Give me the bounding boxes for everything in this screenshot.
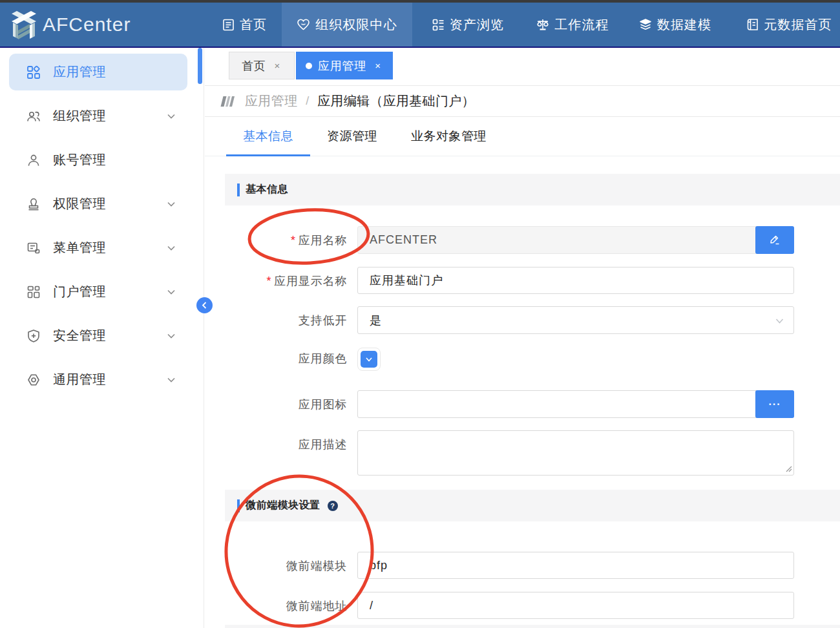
open-tab-label: 首页 [242,58,266,74]
app-desc-textarea[interactable] [357,430,794,476]
field-label-app-name: *应用名称 [225,226,347,254]
form-row-app-name: *应用名称 [225,226,840,254]
close-tab-icon[interactable]: × [375,60,381,71]
app-title: AFCenter [43,14,131,36]
open-tab-home[interactable]: 首页 × [229,52,295,79]
topnav-item-metadata-home[interactable]: 元数据首页 [731,3,840,47]
heart-smile-icon [297,18,310,31]
app-display-name-input[interactable] [357,267,794,294]
portal-grid-icon [26,285,41,299]
app-logo[interactable]: AFCenter [11,9,131,40]
sidebar-item-permission-management[interactable]: 权限管理 [9,185,187,222]
required-asterisk: * [291,234,296,247]
micro-module-input[interactable] [357,552,794,579]
tab-basic-info[interactable]: 基本信息 [226,117,310,156]
topnav-item-org-permission-center[interactable]: 组织权限中心 [282,3,412,47]
breadcrumb-parent[interactable]: 应用管理 [245,92,297,110]
section-header-basic-info: 基本信息 [225,174,840,205]
sidebar-item-label: 账号管理 [53,151,106,169]
close-tab-icon[interactable]: × [275,60,281,71]
user-icon [26,153,41,167]
select-value: 是 [370,313,382,328]
sidebar-item-portal-management[interactable]: 门户管理 [9,273,187,310]
next-section-band-partial [225,625,840,628]
field-label-text: 应用颜色 [299,352,347,365]
field-label-micro-url: 微前端地址 [225,592,347,619]
topnav-label: 工作流程 [554,16,609,34]
chevron-down-icon [166,375,176,385]
tab-resource-management[interactable]: 资源管理 [310,117,394,156]
field-label-text: 微前端地址 [286,600,347,612]
shield-plus-icon [26,329,41,343]
support-lowcode-select[interactable]: 是 [357,306,794,334]
tab-business-object-management[interactable]: 业务对象管理 [394,117,503,156]
active-tab-ink-bar [226,154,310,156]
tab-label: 基本信息 [243,128,293,145]
sidebar-item-org-management[interactable]: 组织管理 [9,98,187,134]
sidebar-item-general-management[interactable]: 通用管理 [9,361,187,398]
field-label-text: 支持低开 [299,314,347,327]
team-icon [26,109,41,123]
sidebar-item-label: 安全管理 [53,327,106,344]
sidebar-item-account-management[interactable]: 账号管理 [9,141,187,178]
topnav-label: 数据建模 [657,16,711,34]
sidebar-item-security-management[interactable]: 安全管理 [9,317,187,354]
stamp-icon [26,197,41,211]
tab-label: 资源管理 [327,128,377,145]
sidebar-item-label: 应用管理 [53,63,106,81]
scroll-icon [746,18,759,31]
field-label-text: 应用名称 [299,234,347,247]
open-tab-label: 应用管理 [318,58,366,74]
layers-icon [639,18,652,31]
top-navbar: AFCenter 首页 组织权限中心 [0,3,840,48]
setting-icon [26,373,41,387]
more-dots-icon: ··· [769,399,781,410]
topnav-label: 首页 [240,16,267,34]
sidebar-item-label: 通用管理 [53,371,106,388]
chevron-down-icon [365,355,373,363]
chevron-down-icon [166,111,176,121]
open-tabs-bar: 首页 × 应用管理 × [205,48,840,86]
topnav-item-workflow[interactable]: 工作流程 [521,3,624,47]
topnav-label: 元数据首页 [764,16,832,34]
edit-pencil-icon [768,233,782,247]
app-icon-input[interactable] [357,390,794,418]
sidebar-item-menu-management[interactable]: 菜单管理 [9,229,187,266]
field-label-text: 应用描述 [299,438,347,451]
sidebar-item-app-management[interactable]: 应用管理 [9,54,187,90]
appstore-icon [26,65,41,79]
top-navigation: 首页 组织权限中心 资产浏览 [207,3,840,47]
chevron-left-icon [200,301,209,309]
edit-app-name-button[interactable] [755,226,794,254]
menu-doc-icon [26,241,41,255]
help-question-icon[interactable]: ? [328,501,338,511]
sidebar-collapse-button[interactable] [196,297,213,313]
chevron-down-icon [166,331,176,341]
topnav-item-asset-browse[interactable]: 资产浏览 [417,3,519,47]
form-row-support-lowcode: 支持低开 是 [225,306,840,334]
topnav-label: 组织权限中心 [315,16,397,34]
sidebar-scrollbar-thumb[interactable] [198,48,202,84]
topnav-item-home[interactable]: 首页 [207,3,282,47]
field-label-app-display-name: *应用显示名称 [225,267,347,294]
sidebar-item-label: 权限管理 [53,195,106,213]
app-name-input[interactable] [357,226,794,254]
field-label-text: 应用图标 [299,398,347,411]
field-label-text: 应用显示名称 [274,275,347,288]
section-accent-bar [237,183,240,196]
app-color-picker[interactable] [357,348,381,371]
main-content: 首页 × 应用管理 × 应用管理 / 应用编辑（应用基础门户） 基本信息 [205,48,840,628]
open-tab-app-management[interactable]: 应用管理 × [296,52,393,79]
file-text-icon [222,19,235,31]
field-label-app-desc: 应用描述 [225,430,347,476]
form-row-app-display-name: *应用显示名称 [225,267,840,294]
field-label-app-icon: 应用图标 [225,390,347,418]
form-row-app-color: 应用颜色 [225,348,840,371]
sidebar-item-label: 门户管理 [53,283,106,300]
topnav-item-data-modeling[interactable]: 数据建模 [624,3,726,47]
form-row-micro-module: 微前端模块 [225,552,840,579]
edit-form: 基本信息 *应用名称 *应用显示名称 [205,174,840,628]
micro-url-input[interactable] [357,592,794,619]
browse-app-icon-button[interactable]: ··· [755,390,794,418]
field-label-support-lowcode: 支持低开 [225,306,347,334]
